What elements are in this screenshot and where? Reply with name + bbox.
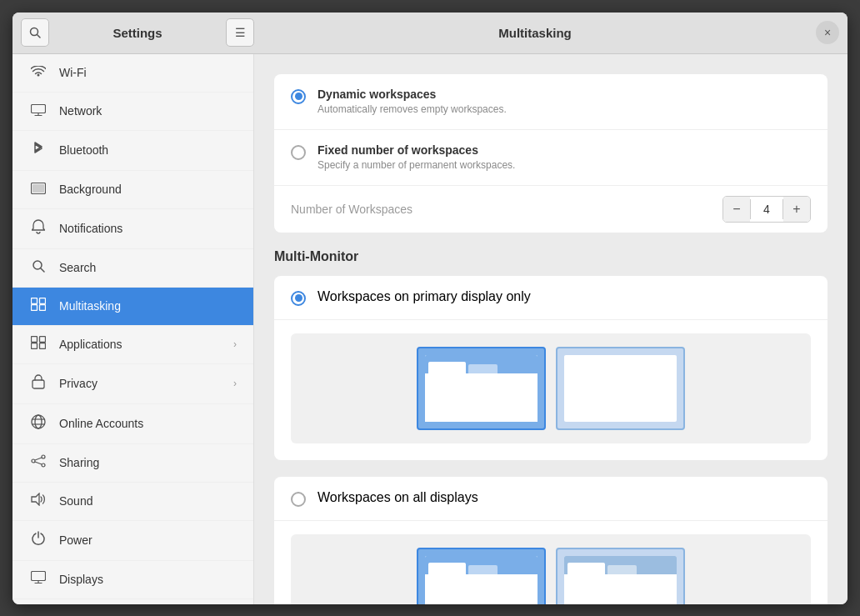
sidebar-item-bluetooth[interactable]: Bluetooth (12, 131, 253, 171)
dynamic-workspace-label: Dynamic workspaces (318, 88, 507, 101)
network-icon (29, 103, 48, 120)
chevron-right-icon: › (233, 378, 237, 389)
power-icon (29, 531, 48, 550)
sidebar-item-sharing[interactable]: Sharing (12, 444, 253, 483)
wifi-icon (29, 64, 48, 82)
workspace-count-row: Number of Workspaces − 4 + (274, 186, 828, 233)
primary-display-card: Workspaces on primary display only (274, 276, 828, 460)
notifications-icon (29, 219, 48, 238)
inactive-tab (468, 364, 498, 373)
monitor-outer-all-right (556, 548, 685, 604)
svg-rect-14 (40, 336, 46, 342)
sidebar-item-label: Notifications (59, 222, 122, 235)
monitor-outer-left (417, 347, 546, 430)
all-displays-radio[interactable] (291, 492, 306, 507)
hamburger-icon: ☰ (235, 26, 246, 39)
sidebar-item-label: Sound (59, 494, 92, 508)
bluetooth-icon (29, 141, 48, 160)
all-displays-card: Workspaces on all displays (274, 477, 828, 604)
tab-bar-left (425, 355, 538, 373)
primary-display-radio[interactable] (291, 291, 306, 306)
monitor-screen-all-left (425, 556, 538, 604)
fixed-workspace-label: Fixed number of workspaces (318, 143, 515, 157)
search-icon (29, 259, 48, 277)
sidebar-item-label: Power (59, 533, 92, 547)
monitor-outer-right (556, 347, 685, 430)
monitors-container-all (291, 534, 811, 604)
monitor-right-plain (556, 347, 685, 430)
content-area: Wi-Fi Network (12, 54, 848, 604)
sidebar-item-power[interactable]: Power (12, 521, 253, 561)
svg-point-19 (35, 415, 42, 428)
menu-button[interactable]: ☰ (226, 18, 254, 47)
svg-point-23 (32, 459, 35, 463)
svg-rect-17 (32, 380, 44, 388)
titlebar-left: Settings ☰ (21, 18, 254, 47)
svg-rect-11 (32, 304, 38, 310)
multitasking-icon (29, 298, 48, 315)
active-tab-right (568, 563, 605, 574)
monitors-container-primary (291, 333, 811, 443)
close-button[interactable]: × (816, 21, 839, 44)
sidebar: Wi-Fi Network (12, 54, 254, 604)
sidebar-item-wifi[interactable]: Wi-Fi (12, 54, 253, 93)
svg-line-1 (38, 35, 41, 38)
svg-rect-13 (32, 336, 38, 342)
sidebar-item-network[interactable]: Network (12, 93, 253, 131)
tab-content-all-right (564, 574, 677, 604)
workspace-decrement-button[interactable]: − (723, 197, 750, 222)
dynamic-workspace-row: Dynamic workspaces Automatically removes… (274, 74, 828, 130)
fixed-workspace-text: Fixed number of workspaces Specify a num… (318, 143, 515, 172)
svg-marker-27 (32, 493, 39, 505)
sidebar-item-label: Displays (59, 573, 103, 586)
sidebar-item-applications[interactable]: Applications › (12, 326, 253, 364)
multi-monitor-section: Multi-Monitor Workspaces on primary disp… (274, 249, 828, 604)
workspace-controls: − 4 + (722, 196, 811, 223)
fixed-workspace-desc: Specify a number of permanent workspaces… (318, 159, 515, 171)
sidebar-item-background[interactable]: Background (12, 171, 253, 209)
tab-content (425, 373, 538, 422)
sound-icon (29, 493, 48, 510)
settings-window: Settings ☰ Multitasking × Wi-Fi (12, 13, 848, 604)
search-button[interactable] (21, 18, 49, 47)
fixed-workspace-radio[interactable] (291, 145, 306, 160)
primary-display-row: Workspaces on primary display only (274, 276, 828, 320)
workspace-options-card: Dynamic workspaces Automatically removes… (274, 74, 828, 233)
settings-title: Settings (54, 26, 221, 40)
applications-icon (29, 336, 48, 353)
privacy-icon (29, 374, 48, 393)
all-displays-label: Workspaces on all displays (318, 490, 478, 505)
multi-monitor-title: Multi-Monitor (274, 249, 828, 264)
sidebar-item-label: Search (59, 261, 96, 274)
svg-rect-6 (32, 184, 44, 193)
online-accounts-icon (29, 414, 48, 433)
displays-icon (29, 571, 48, 588)
monitor-all-left (417, 548, 546, 604)
sidebar-item-notifications[interactable]: Notifications (12, 209, 253, 249)
monitor-left-active (417, 347, 546, 430)
tab-content-all (425, 574, 538, 604)
main-content: Dynamic workspaces Automatically removes… (254, 54, 848, 604)
svg-line-26 (35, 462, 42, 464)
sidebar-item-label: Sharing (59, 456, 99, 469)
background-icon (29, 181, 48, 198)
svg-line-8 (41, 268, 44, 272)
sidebar-item-online-accounts[interactable]: Online Accounts (12, 404, 253, 444)
dynamic-workspace-radio[interactable] (291, 89, 306, 104)
svg-line-25 (35, 458, 42, 460)
workspace-increment-button[interactable]: + (783, 197, 810, 222)
sidebar-item-multitasking[interactable]: Multitasking (12, 288, 253, 326)
sidebar-item-label: Network (59, 104, 102, 118)
titlebar: Settings ☰ Multitasking × (12, 13, 848, 54)
sidebar-item-displays[interactable]: Displays (12, 561, 253, 599)
monitor-screen-right (564, 355, 677, 422)
svg-rect-16 (40, 343, 46, 348)
sidebar-item-privacy[interactable]: Privacy › (12, 364, 253, 404)
active-tab-all (428, 563, 466, 574)
monitor-all-right (556, 548, 685, 604)
dynamic-workspace-desc: Automatically removes empty workspaces. (318, 103, 507, 115)
sidebar-item-sound[interactable]: Sound (12, 483, 253, 521)
svg-rect-9 (32, 298, 38, 303)
chevron-right-icon: › (233, 338, 237, 350)
sidebar-item-search[interactable]: Search (12, 249, 253, 288)
